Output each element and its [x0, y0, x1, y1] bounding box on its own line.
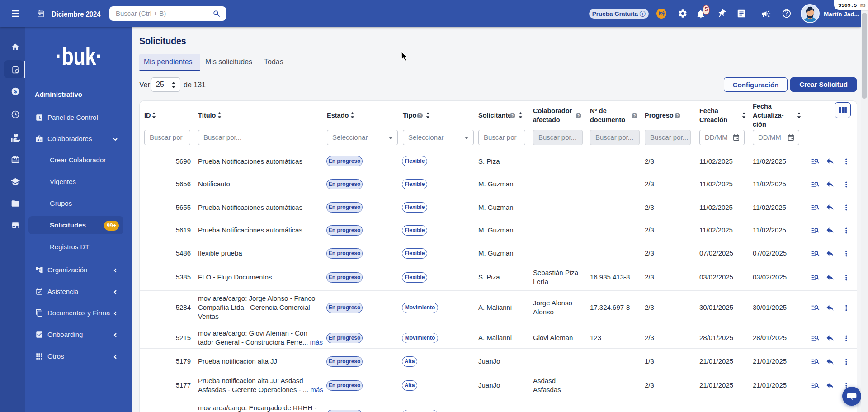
svg-text:$: $ — [14, 89, 17, 94]
